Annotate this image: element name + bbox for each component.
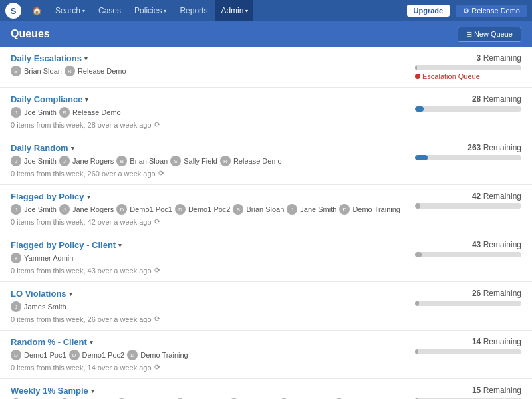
nav-cases-label: Cases — [98, 6, 121, 15]
nav-search[interactable]: Search ▾ — [50, 0, 90, 21]
page-title: Queues — [11, 28, 50, 40]
nav-reports-label: Reports — [180, 6, 207, 15]
queue-right: 15 Remaining — [415, 386, 521, 399]
red-dot-icon — [415, 74, 420, 79]
progress-bar-fill — [415, 301, 419, 306]
user-name: Joe Smith — [24, 108, 57, 116]
user-avatar: J — [11, 107, 21, 118]
home-icon: 🏠 — [32, 6, 42, 15]
refresh-icon[interactable]: ⟳ — [154, 315, 160, 323]
queue-left: LO Violations ▾ J James Smith 0 items fr… — [11, 289, 410, 323]
queue-name[interactable]: Daily Compliance ▾ — [11, 94, 410, 104]
user-name: Jane Rogers — [72, 205, 114, 213]
queue-right: 3 Remaining Escalation Queue — [415, 53, 521, 80]
queue-caret-icon: ▾ — [91, 388, 94, 394]
queue-row: Random % - Client ▾ D Demo1 Poc1 D Demo1… — [0, 331, 532, 379]
queue-name[interactable]: LO Violations ▾ — [11, 289, 410, 299]
release-demo-button[interactable]: ⚙ Release Demo — [456, 5, 527, 17]
remaining-count: 14 — [472, 337, 481, 346]
queue-left: Random % - Client ▾ D Demo1 Poc1 D Demo1… — [11, 337, 410, 372]
queue-right: 263 Remaining — [415, 143, 521, 162]
progress-bar-fill — [415, 349, 418, 354]
queue-remaining-label: 3 Remaining — [415, 53, 521, 63]
user-avatar: J — [11, 156, 21, 166]
remaining-count: 26 — [472, 289, 481, 298]
queue-stats: 0 items from this week, 26 over a week a… — [11, 315, 410, 323]
user-name: James Smith — [24, 303, 66, 311]
progress-bar — [415, 349, 521, 354]
queue-right: 28 Remaining — [415, 94, 521, 114]
queue-users: B Brian Sloan R Release Demo — [11, 66, 410, 76]
queue-remaining-label: 263 Remaining — [415, 143, 521, 152]
nav-cases[interactable]: Cases — [93, 0, 126, 21]
queue-right: 42 Remaining — [415, 192, 521, 211]
queue-stats: 0 items from this week, 14 over a week a… — [11, 363, 410, 372]
user-avatar: J — [11, 204, 21, 215]
queue-caret-icon: ▾ — [84, 55, 88, 62]
user-avatar: R — [59, 107, 70, 118]
user-avatar: R — [220, 156, 231, 166]
queue-right: 26 Remaining — [415, 289, 521, 308]
refresh-icon[interactable]: ⟳ — [154, 266, 160, 275]
nav-policies-label: Policies — [134, 6, 162, 15]
refresh-icon[interactable]: ⟳ — [154, 363, 160, 372]
queue-name[interactable]: Random % - Client ▾ — [11, 337, 410, 347]
user-avatar: D — [339, 204, 350, 215]
page-header: Queues ⊞ New Queue — [0, 21, 532, 47]
user-name: Brian Sloan — [130, 157, 168, 165]
app-logo[interactable]: S — [5, 3, 21, 19]
refresh-icon[interactable]: ⟳ — [158, 169, 164, 178]
queue-caret-icon: ▾ — [118, 242, 122, 249]
nav-admin[interactable]: Admin ▾ — [215, 0, 253, 21]
user-name: Demo Training — [352, 205, 400, 213]
user-avatar: B — [11, 66, 21, 76]
user-name: Release Demo — [72, 108, 121, 116]
queue-remaining-label: 26 Remaining — [415, 289, 521, 298]
queue-stats: 0 items from this week, 28 over a week a… — [11, 120, 410, 129]
new-queue-button[interactable]: ⊞ New Queue — [458, 27, 521, 42]
user-avatar: S — [170, 156, 181, 166]
queue-users: J James Smith — [11, 301, 410, 312]
nav-home[interactable]: 🏠 — [27, 0, 47, 21]
queue-name[interactable]: Flagged by Policy ▾ — [11, 192, 410, 201]
queue-name[interactable]: Flagged by Policy - Client ▾ — [11, 240, 410, 250]
user-avatar: J — [59, 204, 70, 215]
queue-caret-icon: ▾ — [71, 145, 74, 152]
user-name: Yammer Admin — [24, 254, 73, 262]
progress-bar-fill — [415, 252, 422, 257]
queue-left: Daily Random ▾ J Joe Smith J Jane Rogers… — [11, 143, 410, 178]
nav-reports[interactable]: Reports — [174, 0, 213, 21]
nav-admin-label: Admin — [221, 6, 243, 15]
remaining-count: 28 — [472, 94, 481, 104]
escalation-badge: Escalation Queue — [415, 72, 521, 80]
queue-name[interactable]: Daily Random ▾ — [11, 143, 410, 153]
remaining-count: 15 — [472, 386, 481, 395]
remaining-count: 42 — [472, 192, 481, 201]
queue-users: J Joe Smith J Jane Rogers B Brian Sloan … — [11, 156, 410, 166]
refresh-icon[interactable]: ⟳ — [154, 120, 160, 129]
user-name: Jane Smith — [300, 205, 336, 213]
queue-stats: 0 items from this week, 42 over a week a… — [11, 217, 410, 226]
progress-bar — [415, 155, 521, 160]
user-name: Joe Smith — [24, 157, 57, 165]
user-avatar: J — [11, 301, 21, 312]
queue-left: Flagged by Policy ▾ J Joe Smith J Jane R… — [11, 192, 410, 226]
queues-list: Daily Escalations ▾ B Brian Sloan R Rele… — [0, 47, 532, 399]
queue-row: Daily Escalations ▾ B Brian Sloan R Rele… — [0, 47, 532, 88]
upgrade-button[interactable]: Upgrade — [407, 5, 450, 17]
user-avatar: B — [233, 204, 243, 215]
queue-right: 14 Remaining — [415, 337, 521, 356]
queue-name[interactable]: Daily Escalations ▾ — [11, 53, 410, 63]
progress-bar — [415, 301, 521, 306]
queue-caret-icon: ▾ — [85, 96, 88, 103]
nav-policies[interactable]: Policies ▾ — [129, 0, 172, 21]
refresh-icon[interactable]: ⟳ — [154, 217, 160, 226]
queue-name[interactable]: Weekly 1% Sample ▾ — [11, 386, 410, 396]
progress-bar-fill — [415, 155, 428, 160]
navbar: S 🏠 Search ▾ Cases Policies ▾ Reports Ad… — [0, 0, 532, 21]
queue-remaining-label: 15 Remaining — [415, 386, 521, 395]
queue-users: J Joe Smith J Jane Rogers D Demo1 Poc1 D… — [11, 204, 410, 215]
queue-row: Weekly 1% Sample ▾ J Joe Smith J Jane Ro… — [0, 379, 532, 399]
queue-users: D Demo1 Poc1 D Demo1 Poc2 D Demo Trainin… — [11, 350, 410, 360]
queue-left: Flagged by Policy - Client ▾ Y Yammer Ad… — [11, 240, 410, 275]
